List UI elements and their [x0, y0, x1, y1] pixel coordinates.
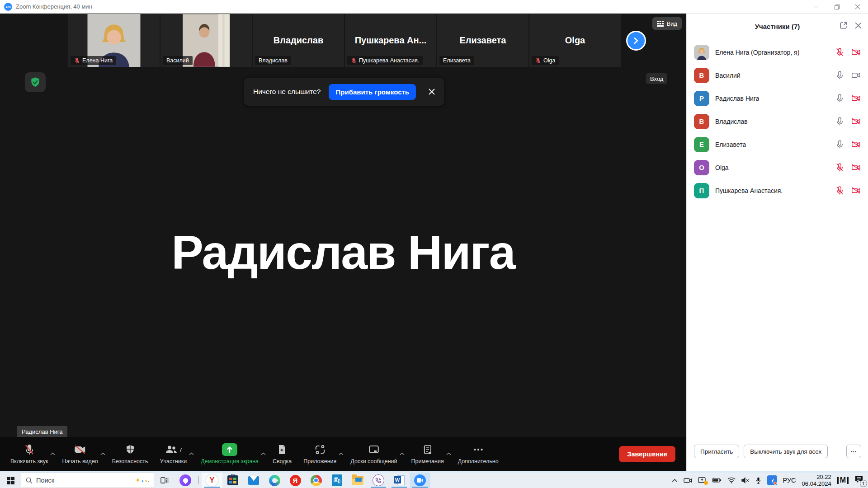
share-screen-button[interactable]: Демонстрация экрана [195, 437, 264, 471]
camera-status-icon[interactable] [851, 47, 861, 57]
participant-row[interactable]: Елена Нига (Организатор, я) [687, 41, 868, 64]
whiteboards-options-chevron[interactable] [400, 437, 405, 471]
participants-footer: Пригласить Выключить звук для всех ⋯ [687, 445, 868, 458]
camera-status-icon[interactable] [851, 70, 861, 80]
unmute-button[interactable]: Включить звук [5, 437, 54, 471]
language-indicator[interactable]: РУС [783, 477, 796, 484]
tile-nametag: Елизавета [439, 56, 474, 65]
video-tile-vasiliy[interactable]: Василий [160, 14, 252, 67]
wifi-icon[interactable] [727, 477, 736, 483]
participant-row[interactable]: Р Радислав Нига [687, 87, 868, 110]
search-highlights-icon[interactable]: ✦✦✦• [135, 476, 149, 484]
pos-device-app-button[interactable] [326, 473, 347, 488]
mail-app-button[interactable] [243, 473, 264, 488]
participants-button[interactable]: 7 Участники [154, 437, 193, 471]
screen-share-status-icon[interactable] [698, 477, 706, 484]
close-panel-icon[interactable] [855, 22, 862, 31]
end-meeting-button[interactable]: Завершение [619, 446, 675, 462]
notes-button[interactable]: Примечания [406, 437, 450, 471]
participants-options-chevron[interactable] [189, 437, 194, 471]
avatar: В [694, 68, 709, 83]
participant-name: Радислав Нига [715, 95, 759, 102]
folder-icon [352, 476, 363, 485]
m-logo-tray-icon[interactable]: М [837, 476, 849, 484]
zoom-meeting-window: zm Zoom Конференция, 40 мин [0, 0, 868, 488]
mic-status-icon[interactable] [835, 186, 844, 195]
video-tile-olga[interactable]: Olga Olga [529, 14, 621, 67]
camera-status-icon[interactable] [851, 163, 861, 172]
mute-all-button[interactable]: Выключить звук для всех [744, 445, 828, 458]
summary-button[interactable]: Сводка [267, 437, 297, 471]
mail-icon [248, 476, 259, 485]
volume-muted-icon[interactable] [741, 477, 750, 483]
share-screen-icon [222, 443, 237, 456]
microphone-in-use-icon[interactable] [755, 477, 761, 484]
popout-panel-icon[interactable] [840, 21, 848, 31]
participant-name: Елизавета [715, 141, 746, 148]
audio-options-chevron[interactable] [50, 437, 55, 471]
next-participants-button[interactable] [626, 31, 646, 51]
video-tile-pushkareva[interactable]: Пушкарева Ан... Пушкарева Анастасия. [345, 14, 436, 67]
tile-nametag: Елена Нига [71, 56, 116, 65]
microsoft-store-button[interactable] [222, 473, 243, 488]
restore-button[interactable] [826, 0, 847, 14]
yandex-browser-button[interactable]: Я [285, 473, 306, 488]
banner-close-icon[interactable] [429, 89, 435, 95]
participant-row[interactable]: Е Елизавета [687, 133, 868, 156]
start-video-button[interactable]: Начать видео [56, 437, 104, 471]
notification-count-badge: 1 [860, 480, 867, 487]
mic-status-icon[interactable] [835, 163, 844, 172]
word-app-button[interactable]: W [389, 473, 410, 488]
viber-app-button[interactable] [368, 473, 389, 488]
start-button[interactable] [0, 473, 21, 488]
share-options-chevron[interactable] [261, 437, 266, 471]
apps-button[interactable]: Приложения [297, 437, 342, 471]
shield-check-icon [29, 76, 41, 88]
notification-center-button[interactable]: 1 [854, 475, 863, 485]
participant-name: Василий [715, 72, 741, 79]
security-shield-badge[interactable] [25, 72, 46, 92]
mic-status-icon[interactable] [835, 70, 844, 80]
participant-row[interactable]: В Василий [687, 64, 868, 87]
chrome-browser-button[interactable] [306, 473, 326, 488]
camera-status-icon[interactable] [851, 186, 861, 195]
mic-status-icon[interactable] [835, 140, 844, 149]
camera-in-use-icon[interactable] [684, 477, 692, 484]
security-button[interactable]: Безопасность [106, 437, 154, 471]
minimize-button[interactable] [806, 0, 826, 14]
hidden-icons-chevron[interactable] [672, 479, 678, 482]
increase-volume-button[interactable]: Прибавить громкость [329, 84, 416, 100]
participant-row[interactable]: О Olga [687, 156, 868, 179]
punto-switcher-icon[interactable] [767, 475, 777, 485]
alice-assistant-button[interactable] [175, 473, 196, 488]
participant-row[interactable]: В Владислав [687, 110, 868, 133]
battery-icon[interactable] [712, 478, 722, 483]
video-options-chevron[interactable] [100, 437, 105, 471]
more-button[interactable]: Дополнительно [452, 437, 505, 471]
mic-status-icon[interactable] [835, 47, 844, 57]
mic-status-icon[interactable] [835, 117, 844, 126]
zoom-app-button[interactable] [410, 473, 430, 488]
yandex-search-app-button[interactable]: Y [202, 473, 222, 488]
view-button[interactable]: Вид [652, 17, 682, 30]
file-explorer-button[interactable] [347, 473, 368, 488]
participant-row[interactable]: П Пушкарева Анастасия. [687, 179, 868, 202]
video-tile-vladislav[interactable]: Владислав Владислав [253, 14, 344, 67]
close-window-button[interactable] [847, 0, 868, 14]
whiteboards-button[interactable]: Доски сообщений [344, 437, 403, 471]
meeting-toolbar: Включить звук Начать видео Безопасность [0, 437, 686, 471]
footer-more-button[interactable]: ⋯ [846, 445, 862, 458]
apps-options-chevron[interactable] [339, 437, 344, 471]
taskbar-search-input[interactable]: Поиск ✦✦✦• [21, 473, 154, 488]
camera-status-icon[interactable] [851, 117, 861, 126]
camera-status-icon[interactable] [851, 94, 861, 103]
video-tile-elena[interactable]: Елена Нига [68, 14, 160, 67]
clock[interactable]: 20:22 06.04.2024 [802, 474, 831, 487]
invite-button[interactable]: Пригласить [694, 445, 739, 458]
notes-options-chevron[interactable] [446, 437, 451, 471]
edge-browser-button[interactable] [264, 473, 285, 488]
video-tile-elizaveta[interactable]: Елизавета Елизавета [437, 14, 528, 67]
mic-status-icon[interactable] [835, 94, 844, 103]
task-view-button[interactable] [154, 473, 175, 488]
camera-status-icon[interactable] [851, 140, 861, 149]
